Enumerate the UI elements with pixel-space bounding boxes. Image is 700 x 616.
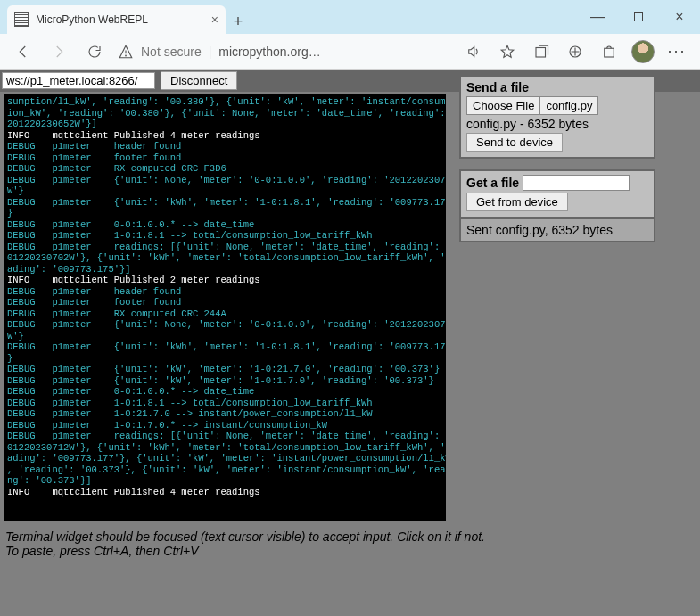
hint-line-2: To paste, press Ctrl+A, then Ctrl+V (5, 544, 485, 558)
page-body: Disconnect sumption/l1_kW', 'reading': '… (0, 70, 700, 616)
svg-point-0 (126, 55, 127, 56)
send-to-device-button[interactable]: Send to device (466, 133, 563, 152)
favorites-button[interactable] (491, 37, 523, 66)
browser-toolbar: Not secure | micropython.org… ··· (0, 34, 700, 70)
browser-tab[interactable]: MicroPython WebREPL × (7, 5, 226, 34)
close-tab-icon[interactable]: × (211, 12, 218, 27)
tab-title: MicroPython WebREPL (36, 13, 148, 26)
window-controls: — × (577, 0, 700, 34)
more-menu-button[interactable]: ··· (661, 37, 693, 66)
url-text: micropython.org… (218, 45, 320, 59)
terminal-output[interactable]: sumption/l1_kW', 'reading': '00.380'}, {… (4, 94, 446, 521)
address-bar[interactable]: Not secure | micropython.org… (114, 44, 325, 60)
svg-rect-3 (605, 48, 614, 57)
extensions-button[interactable] (559, 37, 591, 66)
minimize-button[interactable]: — (577, 0, 618, 34)
send-file-title: Send a file (466, 80, 648, 94)
choose-file-input[interactable]: Choose File config.py (466, 96, 598, 115)
not-secure-label: Not secure (141, 45, 202, 59)
chosen-filename: config.py (540, 97, 597, 114)
not-secure-icon (118, 44, 134, 60)
shopping-button[interactable] (593, 37, 625, 66)
close-window-button[interactable]: × (659, 0, 700, 34)
transfer-status-text: Sent config.py, 6352 bytes (466, 223, 613, 237)
disconnect-button[interactable]: Disconnect (161, 71, 237, 90)
get-file-panel: Get a file Get from device (459, 169, 655, 218)
new-tab-button[interactable]: + (226, 9, 251, 34)
maximize-button[interactable] (618, 0, 659, 34)
collections-button[interactable] (525, 37, 557, 66)
send-file-panel: Send a file Choose File config.py config… (459, 75, 655, 159)
transfer-status: Sent config.py, 6352 bytes (459, 218, 655, 242)
profile-avatar[interactable] (627, 37, 659, 66)
read-aloud-button[interactable] (457, 37, 490, 66)
choose-file-button[interactable]: Choose File (467, 97, 540, 114)
send-status: config.py - 6352 bytes (466, 117, 648, 131)
back-button[interactable] (7, 37, 39, 66)
get-file-title: Get a file (466, 176, 519, 190)
titlebar: MicroPython WebREPL × + — × (0, 0, 700, 34)
svg-rect-1 (536, 47, 546, 57)
refresh-button[interactable] (78, 37, 111, 66)
ws-url-input[interactable] (2, 72, 155, 89)
get-from-device-button[interactable]: Get from device (466, 193, 568, 211)
get-file-input[interactable] (523, 175, 630, 191)
terminal-hint: Terminal widget should be focused (text … (5, 530, 485, 558)
forward-button[interactable] (43, 37, 75, 66)
hint-line-1: Terminal widget should be focused (text … (5, 530, 485, 544)
site-icon (14, 12, 29, 27)
